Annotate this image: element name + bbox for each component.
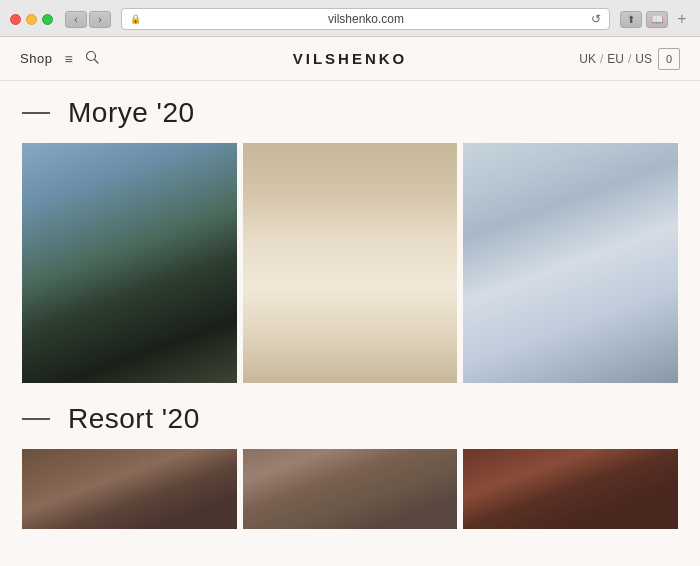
address-text: vilshenko.com [145,12,587,26]
resort-photo-3[interactable] [463,449,678,529]
resort-photo-1[interactable] [22,449,237,529]
collection-morye-title: Morye '20 [22,97,678,129]
cart-button[interactable]: 0 [658,48,680,70]
site-logo: VILSHENKO [293,50,408,67]
locale-uk[interactable]: UK [579,52,596,66]
share-button[interactable]: ⬆ [620,11,642,28]
title-dash-resort [22,418,50,420]
locale-eu[interactable]: EU [607,52,624,66]
title-dash-morye [22,112,50,114]
morye-photo-grid [22,143,678,383]
nav-buttons: ‹ › [65,11,111,28]
maximize-button[interactable] [42,14,53,25]
morye-photo-2[interactable] [243,143,458,383]
resort-photo-2[interactable] [243,449,458,529]
bookmark-button[interactable]: 📖 [646,11,668,28]
traffic-lights [10,14,53,25]
locale-links: UK / EU / US [579,52,652,66]
lock-icon: 🔒 [130,14,141,24]
locale-sep-2: / [628,52,631,66]
collection-resort: Resort '20 [22,403,678,529]
address-bar[interactable]: 🔒 vilshenko.com ↺ [121,8,610,30]
minimize-button[interactable] [26,14,37,25]
menu-icon[interactable]: ≡ [64,51,72,67]
add-tab-button[interactable]: + [674,11,690,27]
header-right: UK / EU / US 0 [579,48,680,70]
close-button[interactable] [10,14,21,25]
browser-controls-right: ⬆ 📖 [620,11,668,28]
browser-chrome: ‹ › 🔒 vilshenko.com ↺ ⬆ 📖 + [0,0,700,37]
collection-morye: Morye '20 [22,97,678,383]
refresh-icon[interactable]: ↺ [591,12,601,26]
collection-resort-title: Resort '20 [22,403,678,435]
search-icon[interactable] [85,50,99,67]
forward-button[interactable]: › [89,11,111,28]
site-header: Shop ≡ VILSHENKO UK / EU / US 0 [0,37,700,81]
locale-sep-1: / [600,52,603,66]
morye-photo-1[interactable] [22,143,237,383]
header-left: Shop ≡ [20,50,99,67]
svg-line-1 [94,60,98,64]
page-content: Morye '20 Resort '20 [0,81,700,566]
back-button[interactable]: ‹ [65,11,87,28]
shop-link[interactable]: Shop [20,51,52,66]
locale-us[interactable]: US [635,52,652,66]
morye-photo-3[interactable] [463,143,678,383]
browser-titlebar: ‹ › 🔒 vilshenko.com ↺ ⬆ 📖 + [0,0,700,36]
resort-photo-grid [22,449,678,529]
